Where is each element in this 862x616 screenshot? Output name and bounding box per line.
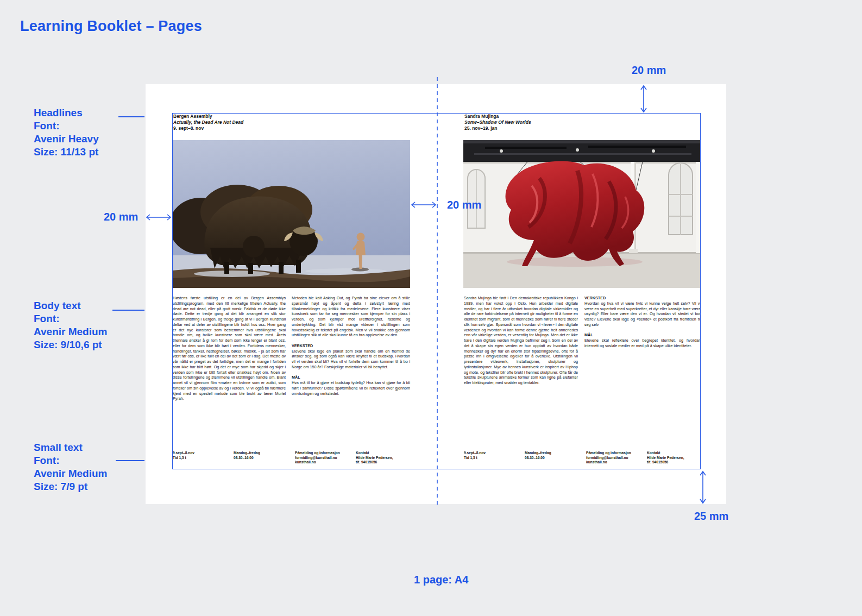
footer-line: kunsthall.no [586,460,644,465]
body-connector-line [112,310,144,311]
design-spec-canvas: Learning Booklet – Pages Headlines Font:… [0,0,862,616]
small-text-annotation: Small text Font: Avenir Medium Size: 7/9… [34,441,108,493]
workshop-heading: VERKSTED [292,343,410,349]
footer-line: Kontakt [647,451,701,456]
body-paragraph: Sandra Mujinga ble født i Den demokratis… [464,296,578,386]
center-margin-measurement: 20 mm [447,199,481,211]
footer-line: kunsthall.no [295,460,353,465]
center-margin-arrow-icon [411,201,437,209]
top-margin-arrow-icon [639,85,648,113]
bottom-margin-arrow-icon [699,470,707,504]
workshop-paragraph: Hvordan og hva vil vi være hvis vi kunne… [584,301,701,328]
annotation-line: Headlines [34,106,99,120]
goal-paragraph: Hva må til for å gjøre et budskap tydeli… [292,380,410,396]
left-page-header: Bergen Assembly Actually, the Dead Are N… [173,114,243,132]
musk-oxen-artwork-image [172,140,410,288]
annotation-line: Size: 9/10,6 pt [34,338,108,351]
exhibition-dates: 25. nov–19. jan [464,125,531,131]
right-page-header: Sandra Mujinga Sonw–Shadow Of New Worlds… [464,114,531,132]
artist-name: Sandra Mujinga [464,114,531,120]
right-body-column-2: VERKSTED Hvordan og hva vil vi være hvis… [584,296,701,354]
annotation-line: Font: [34,120,99,133]
workshop-paragraph: Elevene skal lage en plakat som skal han… [292,349,410,370]
headlines-annotation: Headlines Font: Avenir Heavy Size: 11/13… [34,106,99,159]
annotation-line: Size: 11/13 pt [34,146,99,159]
annotation-line: Avenir Medium [34,467,108,480]
left-body-column-1: Høstens første utstilling er en del av B… [173,296,286,407]
footer-line: Kontakt [356,451,410,456]
footer-line: Påmelding og informasjon [586,451,644,456]
left-body-column-2: Metoden ble kalt Asking Out, og Pyrah ba… [292,296,410,401]
footer-line: formidling@kunsthall.no [586,456,644,461]
exhibition-title: Actually, the Dead Are Not Dead [173,120,243,125]
footer-line: 08.30–16.00 [525,456,582,461]
footer-line: tlf. 94015056 [356,460,410,465]
footer-line: Mandag–fredag [234,451,291,456]
right-footer-contact: Kontakt Hilde Marie Pedersen, tlf. 94015… [647,451,701,465]
footer-line: Mandag–fredag [525,451,582,456]
page-title: Learning Booklet – Pages [20,18,202,35]
footer-line: 9.sept–8.nov [464,451,521,456]
body-text-annotation: Body text Font: Avenir Medium Size: 9/10… [34,299,108,351]
left-footer-registration: Påmelding og informasjon formidling@kuns… [295,451,353,465]
annotation-line: Font: [34,454,108,467]
annotation-line: Size: 7/9 pt [34,480,108,493]
goal-heading: MÅL [584,332,701,338]
footer-line: formidling@kunsthall.no [295,456,353,461]
goal-paragraph: Elevene skal reflektere over begrepet id… [584,338,701,349]
exhibition-title: Sonw–Shadow Of New Worlds [464,120,531,125]
footer-line: 9.sept–8.nov [173,451,230,456]
footer-line: Hilde Marie Pedersen, [356,456,410,461]
footer-line: Tid 1,5 t [173,456,230,461]
right-footer-registration: Påmelding og informasjon formidling@kuns… [586,451,644,465]
left-margin-measurement: 20 mm [104,211,138,223]
body-paragraph: Høstens første utstilling er en del av B… [173,296,286,401]
small-connector-line [116,460,144,461]
left-footer-contact: Kontakt Hilde Marie Pedersen, tlf. 94015… [356,451,410,465]
footer-line: 08.30–16.00 [234,456,291,461]
workshop-heading: VERKSTED [584,296,701,301]
footer-line: Tid 1,5 t [464,456,521,461]
right-footer-dates: 9.sept–8.nov Tid 1,5 t [464,451,521,460]
left-footer-dates: 9.sept–8.nov Tid 1,5 t [173,451,230,460]
right-footer-hours: Mandag–fredag 08.30–16.00 [525,451,582,460]
red-textile-installation-image [463,140,701,288]
exhibition-dates: 9. sept–8. nov [173,125,243,131]
footer-line: tlf. 94015056 [647,460,701,465]
artist-name: Bergen Assembly [173,114,243,120]
goal-heading: MÅL [292,375,410,380]
annotation-line: Small text [34,441,108,454]
footer-line: Påmelding og informasjon [295,451,353,456]
annotation-line: Avenir Heavy [34,133,99,146]
body-paragraph: Metoden ble kalt Asking Out, og Pyrah ba… [292,296,410,338]
right-body-column-1: Sandra Mujinga ble født i Den demokratis… [464,296,578,391]
left-margin-arrow-icon [146,213,172,221]
headlines-connector-line [118,116,144,117]
annotation-line: Font: [34,312,108,325]
footer-line: Hilde Marie Pedersen, [647,456,701,461]
top-margin-measurement: 20 mm [632,64,666,77]
annotation-line: Body text [34,299,108,312]
annotation-line: Avenir Medium [34,325,108,338]
page-format-label: 1 page: A4 [414,574,468,586]
left-footer-hours: Mandag–fredag 08.30–16.00 [234,451,291,460]
center-fold-dashed-line [436,77,438,507]
bottom-margin-measurement: 25 mm [694,510,728,523]
